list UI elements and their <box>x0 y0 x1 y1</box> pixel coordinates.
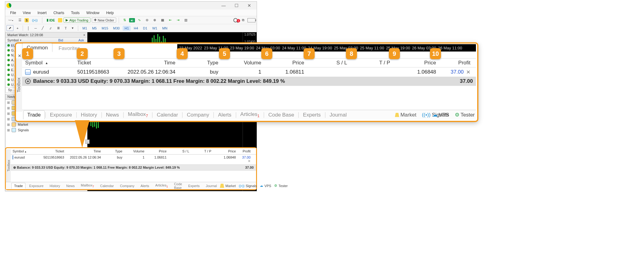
tab-calendar[interactable]: Calendar <box>153 111 182 119</box>
tab-news-small[interactable]: News <box>64 183 77 189</box>
new-order-button[interactable]: ✚ New Order <box>92 17 116 23</box>
timeframe-h1[interactable]: H1 <box>123 26 131 31</box>
menu-tools[interactable]: Tools <box>68 10 83 16</box>
vline-icon[interactable]: │ <box>25 26 31 31</box>
col-price-small[interactable]: Price <box>146 148 168 154</box>
grid-icon[interactable]: ▦ <box>159 17 166 23</box>
depth-icon[interactable]: ▥ <box>182 17 189 23</box>
tab-exposure[interactable]: Exposure <box>46 111 76 119</box>
timeframe-w1[interactable]: W1 <box>150 26 159 31</box>
col-symbol[interactable]: Symbol▴ <box>22 59 74 67</box>
col-sl[interactable]: S / L <box>307 59 350 67</box>
tree-expand-icon[interactable]: ⊞ <box>7 112 10 116</box>
trade-row[interactable]: eurusd 50119518663 2022.05.26 12:06:34 b… <box>22 67 476 77</box>
tree-expand-icon[interactable]: ⊞ <box>7 106 10 110</box>
ide-button[interactable]: ▮ IDE <box>45 17 57 23</box>
tab-trade-small[interactable]: Trade <box>11 183 25 189</box>
col-symbol-small[interactable]: Symbol ▴ <box>11 148 40 154</box>
tab-codebase-small[interactable]: Code Base <box>171 181 184 190</box>
tab-experts[interactable]: Experts <box>299 111 324 119</box>
tab-trade[interactable]: Trade <box>23 110 45 119</box>
col-volume[interactable]: Volume <box>221 59 264 67</box>
col-sl-small[interactable]: S / L <box>168 148 191 154</box>
tab-alerts-small[interactable]: Alerts <box>138 183 151 189</box>
timeframe-d1[interactable]: D1 <box>141 26 149 31</box>
tab-journal[interactable]: Journal <box>326 111 351 119</box>
window-minimize-button[interactable]: — <box>217 2 230 9</box>
tab-articles-small[interactable]: Articles1 <box>153 182 170 189</box>
tab-mailbox-small[interactable]: Mailbox7 <box>79 182 97 189</box>
trade-row-small[interactable]: eurusd 50119518663 2022.05.26 12:06:34 b… <box>11 155 256 164</box>
toolbox-vertical-label[interactable]: Toolbox <box>16 58 22 112</box>
algo-trading-button[interactable]: ▶ Algo Trading <box>63 17 90 23</box>
tab-news[interactable]: News <box>102 111 123 119</box>
tab-journal-small[interactable]: Journal <box>203 183 219 189</box>
tab-articles[interactable]: Articles1 <box>237 110 263 119</box>
text-icon[interactable]: T <box>63 26 69 31</box>
tree-expand-icon[interactable]: ⊞ <box>7 123 10 127</box>
tab-codebase[interactable]: Code Base <box>265 111 298 119</box>
trendline-icon[interactable]: ╱ <box>40 25 46 31</box>
col-type[interactable]: Type <box>178 59 221 67</box>
window-maximize-button[interactable]: ☐ <box>230 2 243 9</box>
link-signals[interactable]: ((•)) Signals <box>422 112 427 118</box>
col-ticket[interactable]: Ticket <box>74 59 114 67</box>
col-profit-small[interactable]: Profit <box>238 148 256 154</box>
col-ticket-small[interactable]: Ticket <box>40 148 66 154</box>
timeframe-mn[interactable]: MN <box>160 26 169 31</box>
menu-file[interactable]: File <box>7 10 19 16</box>
bar-chart-icon[interactable]: ☰ <box>17 17 23 23</box>
link-signals-small[interactable]: ((•)) Signals <box>239 184 257 188</box>
scroll-icon-1[interactable]: ⇤ <box>167 17 174 23</box>
col-tp[interactable]: T / P <box>350 59 393 67</box>
chart-type-dropdown[interactable]: 〰▾ <box>6 18 15 23</box>
zoom-out-icon[interactable]: ⊖ <box>144 17 150 23</box>
market-watch-close-icon[interactable]: × <box>83 33 85 37</box>
col-price2[interactable]: Price <box>393 59 439 67</box>
link-market[interactable]: Market <box>395 112 416 118</box>
mw-col-symbol[interactable]: Symbol ▾ <box>6 38 42 43</box>
tab-exposure-small[interactable]: Exposure <box>27 183 46 189</box>
fibo-icon[interactable]: ≣ <box>55 25 62 31</box>
link-tester[interactable]: ⚙ Tester <box>455 112 475 118</box>
col-tp-small[interactable]: T / P <box>191 148 213 154</box>
tab-history-small[interactable]: History <box>47 183 63 189</box>
tab-alerts[interactable]: Alerts <box>214 111 235 119</box>
timeframe-m15[interactable]: M15 <box>100 26 110 31</box>
tree-expand-icon[interactable]: ⊞ <box>7 128 10 132</box>
menu-charts[interactable]: Charts <box>50 10 67 16</box>
crosshair-icon[interactable]: + <box>15 26 20 31</box>
cursor-icon[interactable]: ⬈ <box>6 25 13 31</box>
timeframe-m5[interactable]: M5 <box>90 26 98 31</box>
tab-history[interactable]: History <box>77 111 101 119</box>
menu-window[interactable]: Window <box>83 10 103 16</box>
mw-col-ask[interactable]: Ask <box>65 38 86 43</box>
autotrade-icon[interactable]: ⏯ <box>129 18 135 22</box>
tab-calendar-small[interactable]: Calendar <box>98 183 116 189</box>
shopping-bag-icon[interactable] <box>58 18 62 22</box>
hline-icon[interactable]: ─ <box>33 26 39 31</box>
chart-line-icon[interactable]: ∿ <box>136 17 143 23</box>
link-vps-small[interactable]: ☁ VPS <box>260 184 271 188</box>
tab-company-small[interactable]: Company <box>117 183 137 189</box>
link-tester-small[interactable]: ⚙ Tester <box>274 184 288 188</box>
menu-insert[interactable]: Insert <box>34 10 50 16</box>
timeframe-m30[interactable]: M30 <box>111 26 121 31</box>
mw-col-bid[interactable]: Bid <box>42 38 65 43</box>
col-volume-small[interactable]: Volume <box>124 148 146 154</box>
col-type-small[interactable]: Type <box>103 148 124 154</box>
menu-view[interactable]: View <box>20 10 34 16</box>
window-close-button[interactable]: ✕ <box>243 2 255 9</box>
zoom-in-icon[interactable]: ⊕ <box>151 17 158 23</box>
signals-toolbar-icon[interactable]: ((•)) <box>30 18 40 23</box>
expand-icon[interactable]: + <box>25 79 31 84</box>
link-market-small[interactable]: Market <box>220 184 236 188</box>
layout-icon[interactable]: ⧉ <box>240 17 246 23</box>
col-time-small[interactable]: Time <box>66 148 103 154</box>
timeframe-m1[interactable]: M1 <box>81 26 89 31</box>
panel-close-icon[interactable]: ✕ <box>18 53 21 58</box>
dollar-icon[interactable]: $ <box>25 18 29 22</box>
tab-experts-small[interactable]: Experts <box>186 183 202 189</box>
col-time[interactable]: Time <box>114 59 178 67</box>
menu-help[interactable]: Help <box>103 10 117 16</box>
